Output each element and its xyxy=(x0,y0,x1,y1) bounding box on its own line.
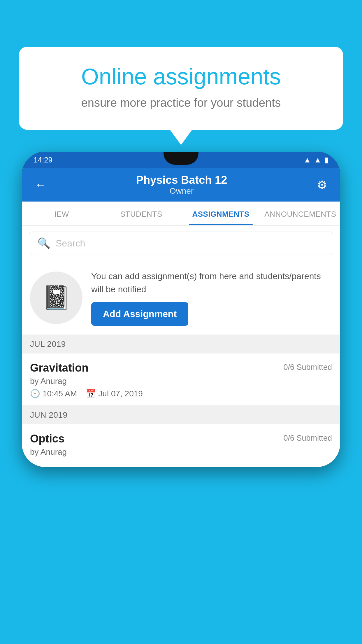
assignment-info: You can add assignment(s) from here and … xyxy=(91,270,332,326)
assignment-by-optics: by Anurag xyxy=(30,447,332,457)
content-area: 🔍 Search 📓 You can add assignment(s) fro… xyxy=(22,226,340,467)
assignment-row1-optics: Optics 0/6 Submitted xyxy=(30,433,332,445)
assignment-description: You can add assignment(s) from here and … xyxy=(91,270,332,296)
assignment-time-gravitation: 🕙 10:45 AM xyxy=(30,389,77,398)
signal-icon: ▲ xyxy=(314,155,321,164)
assignment-submitted-gravitation: 0/6 Submitted xyxy=(283,363,332,372)
header-title-section: Physics Batch 12 Owner xyxy=(49,174,314,196)
header-subtitle: Owner xyxy=(49,186,314,196)
header-title: Physics Batch 12 xyxy=(49,174,314,186)
status-bar: 14:29 ▲ ▲ ▮ xyxy=(22,152,340,168)
assignment-meta-gravitation: 🕙 10:45 AM 📅 Jul 07, 2019 xyxy=(30,389,332,398)
tab-students[interactable]: STUDENTS xyxy=(101,202,181,225)
tab-iew[interactable]: IEW xyxy=(22,202,101,225)
search-placeholder: Search xyxy=(56,238,85,249)
section-month-jun: JUN 2019 xyxy=(30,410,68,419)
app-header: ← Physics Batch 12 Owner ⚙ xyxy=(22,168,340,202)
phone-container: 14:29 ▲ ▲ ▮ ← Physics Batch 12 Owner ⚙ I… xyxy=(22,152,340,644)
section-header-jun: JUN 2019 xyxy=(22,406,340,424)
phone-frame: 14:29 ▲ ▲ ▮ ← Physics Batch 12 Owner ⚙ I… xyxy=(22,152,340,467)
battery-icon: ▮ xyxy=(324,155,328,164)
bubble-title: Online assignments xyxy=(42,64,320,89)
status-icons: ▲ ▲ ▮ xyxy=(304,155,328,164)
assignment-row1: Gravitation 0/6 Submitted xyxy=(30,362,332,374)
assignment-submitted-optics: 0/6 Submitted xyxy=(283,434,332,443)
assignment-name-gravitation: Gravitation xyxy=(30,362,89,374)
clock-icon: 🕙 xyxy=(30,389,40,398)
assignment-date-gravitation: 📅 Jul 07, 2019 xyxy=(86,389,143,398)
wifi-icon: ▲ xyxy=(304,155,311,164)
assignment-by-gravitation: by Anurag xyxy=(30,377,332,386)
speech-bubble-container: Online assignments ensure more practice … xyxy=(19,47,343,130)
settings-button[interactable]: ⚙ xyxy=(314,176,330,194)
search-icon: 🔍 xyxy=(37,237,50,249)
assignment-item-optics[interactable]: Optics 0/6 Submitted by Anurag xyxy=(22,424,340,467)
assignment-item-gravitation[interactable]: Gravitation 0/6 Submitted by Anurag 🕙 10… xyxy=(22,354,340,406)
notebook-icon: 📓 xyxy=(42,284,71,312)
tabs-container: IEW STUDENTS ASSIGNMENTS ANNOUNCEMENTS xyxy=(22,202,340,226)
section-header-jul: JUL 2019 xyxy=(22,335,340,354)
search-container: 🔍 Search xyxy=(22,226,340,261)
speech-bubble: Online assignments ensure more practice … xyxy=(19,47,343,130)
back-button[interactable]: ← xyxy=(32,176,49,194)
tab-announcements[interactable]: ANNOUNCEMENTS xyxy=(261,202,340,225)
assignment-name-optics: Optics xyxy=(30,433,64,445)
section-month-jul: JUL 2019 xyxy=(30,340,66,349)
bubble-subtitle: ensure more practice for your students xyxy=(42,96,320,109)
status-time: 14:29 xyxy=(34,155,52,164)
add-assignment-banner: 📓 You can add assignment(s) from here an… xyxy=(22,261,340,335)
tab-assignments[interactable]: ASSIGNMENTS xyxy=(181,202,261,225)
calendar-icon: 📅 xyxy=(86,389,96,398)
notch xyxy=(164,152,198,165)
assignment-icon-circle: 📓 xyxy=(30,272,82,324)
search-bar[interactable]: 🔍 Search xyxy=(29,232,333,255)
add-assignment-button[interactable]: Add Assignment xyxy=(91,302,188,326)
